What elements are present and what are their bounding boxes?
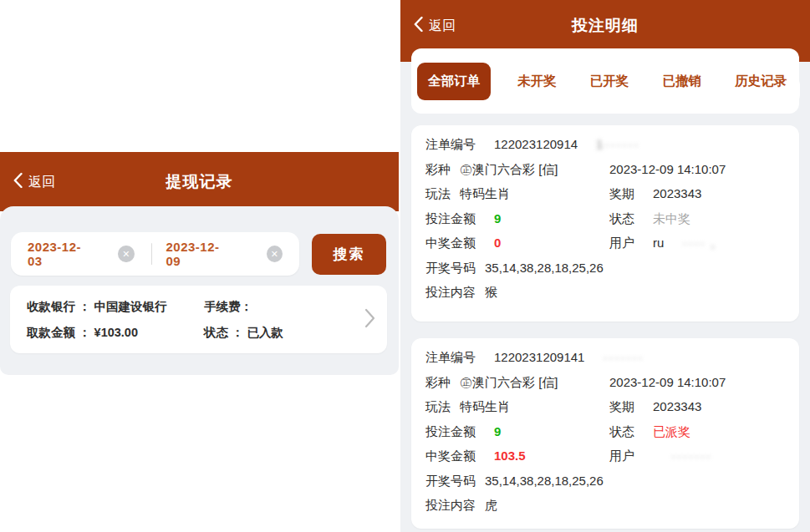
field-value: 9 [494, 211, 501, 225]
close-icon: ✕ [271, 250, 278, 259]
chevron-right-icon [364, 308, 375, 332]
field-label: 注单编号 [425, 137, 476, 153]
field-content: 投注内容猴 [425, 285, 787, 301]
field-value: 已派奖 [653, 424, 690, 440]
order-field-row: 玩法特码生肖奖期2023343 [425, 399, 787, 424]
field-label: 投注金额 [425, 424, 476, 440]
amount-label: 取款金额 ： [27, 326, 91, 339]
field-label: 开奖号码 [425, 261, 476, 276]
field-value: 9 [494, 424, 501, 438]
withdrawal-record-fields: 收款银行 ： 中国建设银行 手续费： 取款金额 ： ¥103.00 状态 ： 已… [27, 299, 283, 341]
order-card: 注单编号1220231209141······彩种㊣澳门六合彩 [信]2023-… [411, 125, 799, 322]
field-label: 用户 [609, 448, 634, 464]
field-label: 状态 [609, 424, 634, 440]
fee-label: 手续费： [204, 300, 252, 313]
order-field-row: 彩种㊣澳门六合彩 [信]2023-12-09 14:10:07 [425, 162, 787, 187]
field-value: ㊣澳门六合彩 [信] [460, 162, 558, 178]
date-range-picker: 2023-12-03 ✕ 2023-12-09 ✕ [11, 232, 299, 276]
withdrawal-header: 返回 提现记录 [0, 152, 399, 211]
order-field-row: 投注内容虎 [425, 498, 787, 523]
order-field-row: 投注金额9状态未中奖 [425, 211, 787, 236]
field-period: 奖期2023343 [609, 399, 787, 415]
order-field-row: 注单编号1220231209141······ [425, 137, 787, 162]
field-period: 奖期2023343 [609, 186, 787, 202]
order-field-row: 彩种㊣澳门六合彩 [信]2023-12-09 14:10:07 [425, 375, 787, 400]
field-bet_amount: 投注金额9 [425, 424, 609, 440]
redacted-text: ······· [603, 350, 644, 364]
field-value: 未中奖 [653, 211, 690, 227]
status-label: 状态 ： [204, 326, 244, 339]
close-icon: ✕ [122, 250, 130, 259]
bank-value: 中国建设银行 [94, 300, 167, 313]
bank-label: 收款银行 ： [27, 300, 91, 313]
field-value: 1220231209141 [494, 350, 584, 364]
withdrawal-records-screen: 返回 提现记录 2023-12-03 ✕ 2023-12-09 ✕ 搜索 [0, 0, 399, 532]
field-label: 玩法 [425, 186, 451, 202]
field-value: 2023-12-09 14:10:07 [609, 375, 726, 389]
field-lottery: 彩种㊣澳门六合彩 [信] [425, 162, 609, 178]
field-user: 用户ru···· , [609, 236, 787, 251]
field-value: 特码生肖 [460, 186, 510, 202]
order-field-row: 中奖金额103.5用户······· [425, 448, 787, 474]
tab-all-orders[interactable]: 全部订单 [417, 63, 491, 100]
field-win_amount: 中奖金额103.5 [425, 448, 609, 464]
field-label: 中奖金额 [425, 448, 476, 464]
field-value: ru [653, 236, 664, 250]
order-field-row: 投注金额9状态已派奖 [425, 424, 787, 449]
search-button[interactable]: 搜索 [312, 234, 386, 275]
field-value: 2023-12-09 14:10:07 [609, 162, 726, 176]
order-field-row: 注单编号1220231209141······· [425, 350, 787, 375]
field-play: 玩法特码生肖 [425, 186, 609, 202]
field-label: 奖期 [609, 186, 634, 202]
order-field-row: 投注内容猴 [425, 285, 787, 310]
bet-details-screen: 返回 投注明细 全部订单未开奖已开奖已撤销历史记录 注单编号1220231209… [400, 0, 810, 532]
field-label: 奖期 [609, 399, 634, 415]
date-to[interactable]: 2023-12-09 [166, 240, 231, 268]
field-content: 投注内容虎 [425, 498, 787, 514]
clear-date-from-button[interactable]: ✕ [118, 246, 134, 262]
field-label: 注单编号 [425, 350, 476, 366]
range-divider [151, 243, 153, 265]
order-field-row: 开奖号码35,14,38,28,18,25,26 [425, 261, 787, 286]
field-value: 特码生肖 [460, 399, 510, 415]
field-value: 0 [494, 236, 501, 250]
field-time: 2023-12-09 14:10:07 [609, 375, 787, 389]
field-value: 103.5 [494, 448, 526, 463]
amount-field: 取款金额 ： ¥103.00 [27, 325, 204, 341]
field-lottery: 彩种㊣澳门六合彩 [信] [425, 375, 609, 391]
field-numbers: 开奖号码35,14,38,28,18,25,26 [425, 474, 787, 489]
tab-cancelled[interactable]: 已撤销 [655, 73, 708, 90]
clear-date-to-button[interactable]: ✕ [267, 246, 283, 262]
field-label: 玩法 [425, 399, 451, 415]
order-card: 注单编号1220231209141·······彩种㊣澳门六合彩 [信]2023… [411, 338, 799, 529]
redacted-text: ···· , [682, 236, 716, 250]
field-play: 玩法特码生肖 [425, 399, 609, 415]
tab-drawn[interactable]: 已开奖 [583, 73, 636, 90]
field-value: 2023343 [653, 186, 701, 200]
status-value: 已入款 [247, 326, 284, 339]
bank-field: 收款银行 ： 中国建设银行 [27, 299, 204, 315]
redacted-text: 1······ [596, 137, 639, 151]
field-label: 彩种 [425, 162, 451, 178]
amount-value: ¥103.00 [94, 326, 138, 339]
fee-field: 手续费： [204, 299, 283, 315]
date-from[interactable]: 2023-12-03 [28, 240, 93, 268]
redacted-text: ······· [671, 448, 712, 463]
field-value: 35,14,38,28,18,25,26 [485, 474, 604, 488]
field-win_amount: 中奖金额0 [425, 236, 609, 251]
field-value: ㊣澳门六合彩 [信] [460, 375, 558, 391]
field-label: 用户 [609, 236, 634, 251]
field-label: 投注内容 [425, 285, 476, 301]
order-filter-tabbar: 全部订单未开奖已开奖已撤销历史记录 [411, 48, 799, 114]
order-field-row: 中奖金额0用户ru···· , [425, 236, 787, 261]
field-numbers: 开奖号码35,14,38,28,18,25,26 [425, 261, 787, 276]
tab-not-drawn[interactable]: 未开奖 [511, 73, 563, 90]
tab-history[interactable]: 历史记录 [728, 73, 793, 90]
field-label: 中奖金额 [425, 236, 476, 251]
field-status: 状态未中奖 [609, 211, 787, 227]
withdrawal-record-card[interactable]: 收款银行 ： 中国建设银行 手续费： 取款金额 ： ¥103.00 状态 ： 已… [10, 286, 387, 353]
screenshot-canvas: 返回 提现记录 2023-12-03 ✕ 2023-12-09 ✕ 搜索 [0, 0, 810, 532]
withdrawal-content-panel: 2023-12-03 ✕ 2023-12-09 ✕ 搜索 收款银行 ： 中国建设… [0, 206, 399, 375]
field-label: 开奖号码 [425, 474, 476, 489]
field-status: 状态已派奖 [609, 424, 787, 440]
